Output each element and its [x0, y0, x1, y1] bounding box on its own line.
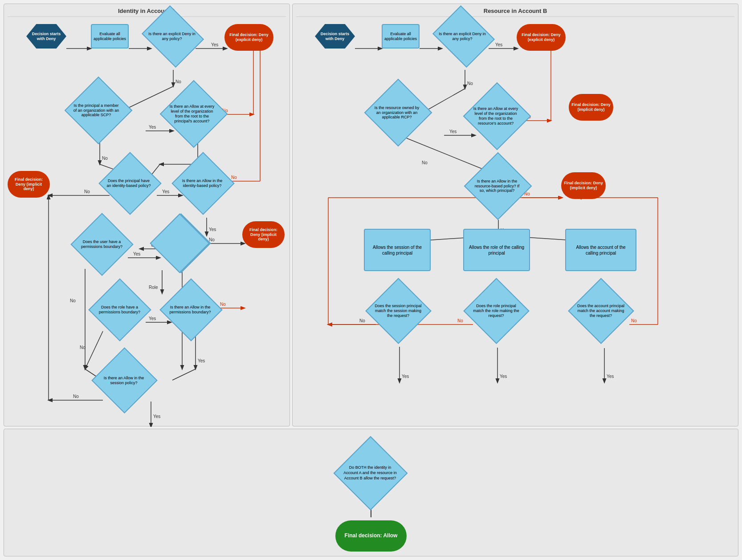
- svg-text:Yes: Yes: [209, 227, 216, 232]
- svg-text:Yes: Yes: [149, 125, 156, 130]
- svg-text:Yes: Yes: [153, 414, 160, 419]
- svg-text:No: No: [422, 160, 428, 165]
- right-rcp-allow-text: Is there an Allow at every level of the …: [469, 92, 522, 140]
- svg-text:Yes: Yes: [133, 252, 140, 256]
- both-allow-text: Do BOTH the identity in Account A and th…: [341, 447, 399, 499]
- svg-text:No: No: [70, 298, 76, 303]
- right-session-match-text: Does the session principal match the ses…: [372, 288, 424, 334]
- svg-text:No: No: [231, 175, 237, 180]
- svg-text:No: No: [209, 237, 215, 242]
- svg-text:Yes: Yes: [449, 129, 457, 134]
- left-final-explicit-deny: Final decision: Deny (explicit deny): [224, 24, 273, 51]
- right-final-implicit-deny-resource: Final decision: Deny (implicit deny): [561, 172, 606, 199]
- svg-text:No: No: [457, 318, 463, 323]
- left-session-policy-text: Is there an Allow in the session policy?: [98, 357, 150, 404]
- svg-text:No: No: [80, 345, 86, 350]
- svg-text:No: No: [175, 79, 181, 84]
- svg-text:No: No: [359, 318, 365, 323]
- svg-text:No: No: [220, 302, 226, 307]
- left-role-allow-boundary-text: Is there an Allow in the permissions bou…: [166, 288, 215, 332]
- svg-text:Yes: Yes: [607, 374, 614, 379]
- svg-text:No: No: [467, 81, 473, 86]
- right-final-implicit-deny-rcp: Final decision: Deny (implicit deny): [569, 94, 613, 121]
- left-evaluate: Evaluate all applicable policies: [91, 24, 129, 49]
- svg-text:Yes: Yes: [402, 374, 409, 379]
- right-resource-allow-text: Is there an Allow in the resource-based …: [471, 162, 523, 210]
- right-role-match-text: Does the role principal match the role m…: [470, 288, 522, 334]
- left-panel-title: Identity in Account A: [8, 8, 286, 17]
- left-final-implicit-deny-mid: Final decision: Deny (implicit deny): [242, 221, 285, 248]
- svg-text:Yes: Yes: [495, 42, 502, 47]
- right-evaluate: Evaluate all applicable policies: [382, 24, 420, 49]
- svg-text:No: No: [84, 189, 90, 194]
- right-allows-session-box: Allows the session of the calling princi…: [364, 229, 431, 271]
- left-has-perm-boundary-text: Does the user have a permissions boundar…: [76, 222, 127, 267]
- right-allows-role-box: Allows the role of the calling principal: [463, 229, 530, 271]
- right-panel-title: Resource in Account B: [296, 8, 734, 17]
- svg-text:Yes: Yes: [198, 358, 205, 363]
- right-decision-start: Decision starts with Deny: [315, 24, 355, 49]
- left-explicit-deny-text: Is there an explicit Deny in any policy?: [146, 16, 198, 57]
- svg-text:Role: Role: [149, 285, 158, 290]
- svg-text:Yes: Yes: [500, 374, 507, 379]
- svg-text:Yes: Yes: [211, 42, 218, 47]
- right-account-match-text: Does the account principal match the acc…: [575, 288, 627, 334]
- right-allows-account-box: Allows the account of the calling princi…: [565, 229, 636, 271]
- svg-text:No: No: [631, 318, 637, 323]
- svg-text:Yes: Yes: [162, 189, 169, 194]
- svg-line-51: [172, 369, 196, 380]
- final-allow: Final decision: Allow: [335, 520, 407, 552]
- left-scp-member-text: Is the principal a member of an organiza…: [70, 86, 122, 134]
- left-identity-allow-text: Is there an Allow in the identity-based …: [178, 161, 227, 206]
- right-resource-rcp-text: Is the resource owned by an organization…: [371, 89, 423, 137]
- svg-text:No: No: [73, 394, 79, 399]
- svg-text:Yes: Yes: [149, 316, 156, 321]
- right-final-explicit-deny: Final decision: Deny (explicit deny): [517, 24, 566, 51]
- right-explicit-deny-text: Is there an explicit Deny in any policy?: [436, 16, 489, 57]
- left-has-identity-policy-text: Does the principal have an identity-base…: [104, 161, 153, 206]
- left-final-implicit-deny-left: Final decision: Deny (implicit deny): [8, 171, 50, 198]
- left-decision-start: Decision starts with Deny: [26, 24, 66, 49]
- svg-text:No: No: [102, 156, 108, 161]
- left-scp-allow-text: Is there an Allow at every level of the …: [166, 90, 218, 138]
- left-role-perm-boundary-text: Does the role have a permissions boundar…: [94, 288, 145, 332]
